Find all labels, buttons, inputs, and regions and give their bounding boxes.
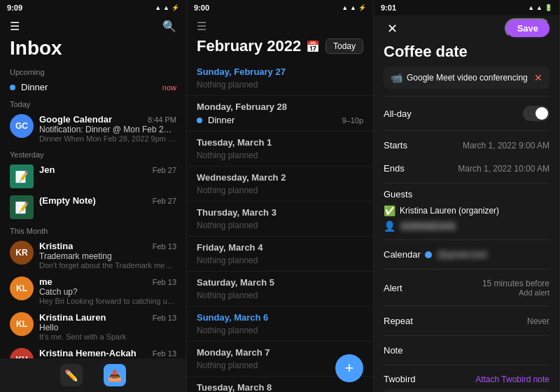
avatar: KL	[10, 276, 34, 300]
starts-value: March 1, 2022 9:00 AM	[463, 141, 550, 150]
status-bar-3: 9:01 ▲ ▲ 🔋	[374, 0, 559, 15]
item-preview: It's me. Sent with a Spark	[39, 332, 176, 341]
meet-info: 📹 Google Meet video conferencing	[391, 72, 528, 83]
avatar: KL	[10, 312, 34, 336]
allday-row[interactable]: All-day	[374, 99, 559, 127]
person-icon: 👤	[384, 220, 396, 232]
calendar-panel: 9:00 ▲ ▲ ⚡ ☰ February 2022 📅 Today Sunda…	[187, 0, 374, 392]
add-event-button[interactable]: +	[335, 354, 363, 382]
cal-event[interactable]: Dinner 9–10p	[197, 115, 363, 125]
starts-row[interactable]: Starts March 1, 2022 9:00 AM	[374, 134, 559, 157]
nothing-planned: Nothing planned	[197, 80, 363, 90]
nothing-planned: Nothing planned	[197, 150, 363, 160]
day-header: Saturday, March 5	[197, 277, 363, 288]
save-button[interactable]: Save	[505, 18, 551, 38]
cal-day[interactable]: Tuesday, March 1 Nothing planned	[187, 132, 373, 167]
inbox-scroll: Upcoming Dinner now Today GC Google Cale…	[0, 64, 186, 392]
section-yesterday: Yesterday	[0, 146, 186, 161]
ends-row[interactable]: Ends March 1, 2022 10:00 AM	[374, 157, 559, 180]
detail-scroll: 📹 Google Meet video conferencing ✕ All-d…	[374, 66, 559, 392]
upcoming-event-time: now	[162, 83, 176, 92]
twobird-header: Twobird Attach Twobird note	[384, 374, 550, 384]
list-item[interactable]: 📝 (Empty Note) Feb 27	[0, 192, 186, 223]
event-dot	[197, 118, 202, 123]
item-time: Feb 27	[153, 197, 176, 205]
event-name: Dinner	[208, 115, 336, 125]
nothing-planned: Nothing planned	[197, 220, 363, 230]
calendar-email: @gmail.com	[436, 250, 489, 260]
item-top: Google Calendar 8:44 PM	[39, 114, 176, 125]
status-icons-1: ▲ ▲ ⚡	[155, 4, 179, 11]
list-item[interactable]: GC Google Calendar 8:44 PM Notification:…	[0, 111, 186, 146]
item-time: Feb 13	[153, 314, 176, 322]
cal-day[interactable]: Sunday, March 6 Nothing planned	[187, 307, 373, 342]
note-row[interactable]: Note	[374, 339, 559, 362]
search-icon[interactable]: 🔍	[162, 20, 176, 33]
battery-icon: ⚡	[172, 4, 179, 11]
calendar-label: Calendar	[384, 249, 421, 260]
wifi-icon: ▲	[163, 4, 169, 11]
menu-icon[interactable]: ☰	[197, 20, 206, 33]
cal-header: ☰	[187, 15, 373, 36]
meet-remove-icon[interactable]: ✕	[534, 72, 542, 83]
repeat-row[interactable]: Repeat Never	[374, 309, 559, 332]
list-item[interactable]: KL Kristina Lauren Feb 13 Hello It's me.…	[0, 309, 186, 344]
list-item[interactable]: Dinner now	[0, 78, 186, 96]
day-header: Sunday, March 6	[197, 312, 363, 323]
nothing-planned: Nothing planned	[197, 255, 363, 265]
day-header: Monday, February 28	[197, 102, 363, 112]
guest-item[interactable]: ✅ Kristina Lauren (organizer)	[384, 203, 550, 218]
allday-toggle[interactable]	[523, 106, 550, 121]
calendar-row[interactable]: Calendar @gmail.com	[374, 243, 559, 266]
avatar: 📝	[10, 164, 34, 188]
check-icon: ✅	[384, 205, 396, 216]
attach-twobird-link[interactable]: Attach Twobird note	[475, 374, 550, 384]
item-content: (Empty Note) Feb 27	[39, 195, 176, 206]
time-1: 9:09	[7, 4, 22, 12]
cal-day[interactable]: Friday, March 4 Nothing planned	[187, 237, 373, 272]
wifi-icon: ▲	[350, 4, 356, 11]
list-item[interactable]: KR Kristina Feb 13 Trademark meeting Don…	[0, 237, 186, 273]
section-this-month: This Month	[0, 223, 186, 237]
status-icons-2: ▲ ▲ ⚡	[342, 4, 366, 11]
status-icons-3: ▲ ▲ 🔋	[528, 4, 552, 11]
compose-icon[interactable]: ✏️	[60, 364, 83, 386]
divider	[384, 239, 550, 240]
twobird-note[interactable]: Working on project for Wednesday	[384, 388, 550, 392]
add-alert-link[interactable]: Add alert	[482, 288, 550, 297]
divider	[384, 96, 550, 97]
item-time: 8:44 PM	[148, 115, 176, 124]
repeat-value: Never	[527, 316, 550, 326]
twobird-label: Twobird	[384, 374, 416, 384]
item-preview: Don't forget about the Trademark meeting…	[39, 261, 176, 270]
divider	[384, 130, 550, 131]
day-header: Tuesday, March 8	[197, 382, 363, 392]
guest-item[interactable]: 👤 onthread.com	[384, 218, 550, 234]
sender-name: Kristina Lauren	[39, 312, 106, 323]
item-content: Kristina Lauren Feb 13 Hello It's me. Se…	[39, 312, 176, 341]
day-header: Sunday, February 27	[197, 66, 363, 77]
item-time: Feb 13	[153, 349, 176, 358]
list-item[interactable]: 📝 Jen Feb 27	[0, 161, 186, 192]
menu-icon[interactable]: ☰	[10, 20, 20, 33]
cal-title-row: February 2022 📅 Today	[187, 36, 373, 61]
cal-day[interactable]: Monday, February 28 Dinner 9–10p	[187, 96, 373, 132]
calendar-view-icon[interactable]: 📅	[306, 40, 320, 53]
wifi-icon: ▲	[536, 4, 542, 11]
item-preview: Dinner When Mon Feb 28, 2022 9pm – 10pm …	[39, 134, 176, 143]
inbox-icon[interactable]: 📥	[104, 364, 126, 386]
today-button[interactable]: Today	[326, 38, 363, 54]
ends-value: March 1, 2022 10:00 AM	[458, 164, 550, 174]
nothing-planned: Nothing planned	[197, 186, 363, 195]
detail-header: ✕ Save	[374, 15, 559, 41]
nothing-planned: Nothing planned	[197, 290, 363, 300]
ends-label: Ends	[384, 163, 405, 174]
cal-day[interactable]: Sunday, February 27 Nothing planned	[187, 61, 373, 96]
cal-day[interactable]: Thursday, March 3 Nothing planned	[187, 202, 373, 237]
cal-day[interactable]: Wednesday, March 2 Nothing planned	[187, 167, 373, 202]
alert-row[interactable]: Alert 15 minutes before Add alert	[374, 272, 559, 303]
list-item[interactable]: KL me Feb 13 Catch up? Hey Bri Looking f…	[0, 273, 186, 309]
cal-day[interactable]: Saturday, March 5 Nothing planned	[187, 272, 373, 307]
close-button[interactable]: ✕	[382, 19, 402, 38]
meet-badge[interactable]: 📹 Google Meet video conferencing ✕	[384, 66, 550, 89]
